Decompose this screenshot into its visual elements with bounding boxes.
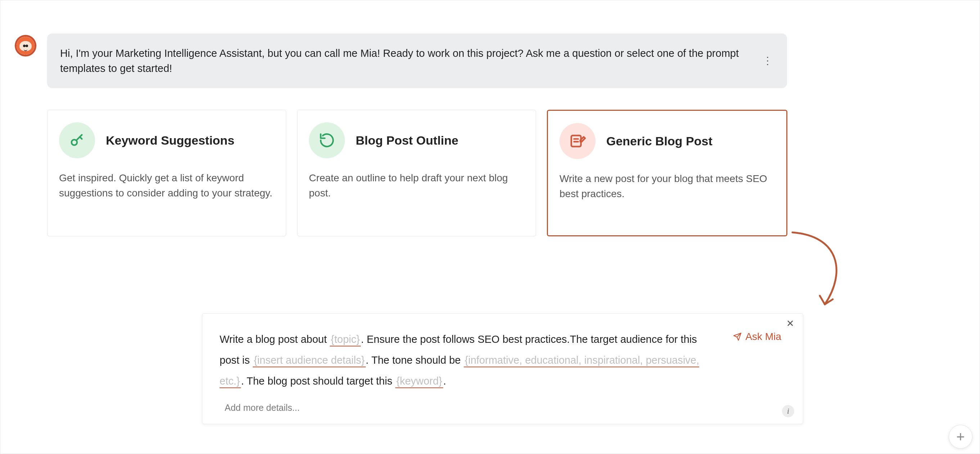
compose-icon: [560, 123, 595, 159]
card-keyword-suggestions[interactable]: Keyword Suggestions Get inspired. Quickl…: [47, 110, 286, 237]
prompt-seg-1: Write a blog post about: [220, 333, 330, 345]
card-description: Write a new post for your blog that meet…: [560, 171, 775, 202]
key-icon: [59, 122, 95, 158]
prompt-text-body[interactable]: Write a blog post about {topic}. Ensure …: [220, 329, 713, 417]
card-title: Blog Post Outline: [356, 133, 458, 148]
card-title: Generic Blog Post: [606, 134, 713, 148]
prompt-seg-3: . The tone should be: [366, 354, 464, 366]
intro-menu-button[interactable]: ⋮: [759, 54, 776, 68]
send-icon: [733, 332, 742, 341]
refresh-icon: [309, 122, 345, 158]
add-button[interactable]: +: [949, 425, 972, 449]
prompt-placeholder-audience[interactable]: {insert audience details}: [253, 354, 366, 367]
card-title: Keyword Suggestions: [106, 133, 234, 148]
card-description: Create an outline to help draft your nex…: [309, 170, 524, 201]
mia-avatar: [15, 35, 37, 57]
annotation-arrow: [785, 229, 857, 315]
prompt-editor-panel: ✕ Ask Mia Write a blog post about {topic…: [202, 313, 803, 424]
card-blog-post-outline[interactable]: Blog Post Outline Create an outline to h…: [297, 110, 536, 237]
close-icon[interactable]: ✕: [786, 319, 794, 328]
intro-message-bubble: Hi, I'm your Marketing Intelligence Assi…: [47, 33, 787, 88]
ask-mia-button[interactable]: Ask Mia: [733, 331, 781, 343]
prompt-placeholder-keyword[interactable]: {keyword}: [395, 375, 443, 388]
svg-line-2: [80, 137, 82, 139]
prompt-seg-5: .: [443, 375, 446, 387]
template-cards-row: Keyword Suggestions Get inspired. Quickl…: [0, 88, 788, 237]
prompt-placeholder-topic[interactable]: {topic}: [330, 333, 361, 346]
intro-message-text: Hi, I'm your Marketing Intelligence Assi…: [60, 48, 739, 74]
card-generic-blog-post[interactable]: Generic Blog Post Write a new post for y…: [547, 110, 788, 237]
card-description: Get inspired. Quickly get a list of keyw…: [59, 170, 274, 201]
info-icon[interactable]: i: [782, 405, 794, 417]
prompt-seg-4: . The blog post should target this: [241, 375, 395, 387]
add-more-details-input[interactable]: Add more details...: [220, 398, 713, 417]
ask-mia-label: Ask Mia: [745, 331, 781, 343]
